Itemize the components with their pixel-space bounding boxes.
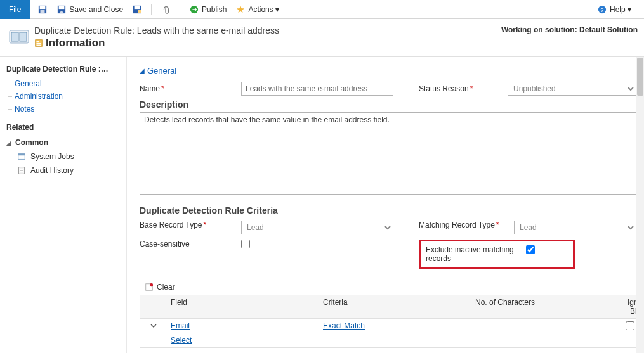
form-icon — [34, 39, 43, 48]
exclude-inactive-checkbox[interactable] — [526, 245, 535, 254]
file-menu[interactable]: File — [0, 0, 30, 19]
actions-label: Actions ▾ — [248, 5, 279, 14]
main-panel: ◢ General Name* Status Reason* Unpublish… — [127, 57, 644, 353]
toolbar: File Save and Close — [0, 0, 644, 19]
related-heading: Related — [0, 115, 126, 136]
help-label: Help ▾ — [610, 5, 631, 14]
criteria-link[interactable]: Exact Match — [319, 321, 365, 330]
criteria-row: Email Exact Match — [140, 319, 636, 333]
solution-label: Working on solution: Default Solution — [501, 25, 638, 34]
page-subtitle: Information — [46, 37, 105, 49]
publish-label: Publish — [202, 5, 227, 14]
sidebar-title: Duplicate Detection Rule :… — [0, 62, 126, 77]
sidebar-item-system-jobs[interactable]: System Jobs — [0, 150, 126, 164]
entity-icon — [9, 27, 29, 47]
clear-button[interactable]: Clear — [140, 279, 636, 295]
publish-icon — [189, 4, 199, 15]
svg-rect-17 — [37, 43, 41, 44]
save-icon — [37, 4, 48, 15]
sidebar-item-audit-history[interactable]: Audit History — [0, 164, 126, 177]
sidebar: Duplicate Detection Rule :… General Admi… — [0, 57, 127, 353]
col-nochars: No. of Characters — [471, 298, 624, 316]
name-field[interactable] — [241, 82, 393, 96]
ignore-blank-checkbox[interactable] — [626, 321, 634, 330]
help-menu[interactable]: ? Help ▾ — [595, 0, 634, 19]
page-header: Duplicate Detection Rule: Leads with the… — [0, 19, 644, 56]
section-general[interactable]: ◢ General — [140, 63, 636, 82]
svg-rect-20 — [18, 154, 25, 156]
description-label: Description — [140, 96, 636, 112]
sidebar-common-toggle[interactable]: ◢ Common — [0, 136, 126, 150]
save-and-new-button[interactable] — [129, 0, 145, 19]
scrollbar[interactable] — [636, 57, 644, 353]
status-reason-label: Status Reason* — [419, 84, 508, 93]
criteria-title: Duplicate Detection Rule Criteria — [140, 196, 636, 221]
select-field-link[interactable]: Select — [167, 336, 192, 345]
exclude-inactive-highlight: Exclude inactive matching records — [419, 240, 575, 269]
criteria-row: Select — [140, 333, 636, 347]
toolbar-separator — [180, 4, 180, 15]
common-label: Common — [15, 138, 48, 147]
attach-button[interactable] — [158, 0, 173, 19]
chevron-down-icon — [150, 323, 157, 329]
base-record-type-label: Base Record Type* — [140, 221, 241, 229]
status-reason-select[interactable]: Unpublished — [508, 82, 636, 96]
svg-rect-4 — [59, 6, 65, 8]
svg-rect-1 — [40, 6, 46, 8]
sidebar-item-notes[interactable]: Notes — [4, 103, 126, 115]
svg-point-26 — [150, 283, 153, 286]
system-jobs-icon — [16, 151, 27, 162]
col-criteria: Criteria — [319, 298, 471, 316]
svg-marker-9 — [237, 5, 244, 12]
publish-button[interactable]: Publish — [187, 0, 229, 19]
svg-rect-18 — [37, 45, 41, 46]
svg-rect-14 — [20, 32, 27, 41]
scrollbar-thumb[interactable] — [637, 58, 643, 96]
help-icon: ? — [597, 4, 607, 15]
case-sensitive-label: Case-sensitive — [140, 240, 241, 248]
name-label: Name* — [140, 84, 241, 93]
base-record-type-select[interactable]: Lead — [241, 221, 393, 234]
caret-down-icon: ◢ — [6, 139, 11, 146]
actions-menu[interactable]: Actions ▾ — [233, 0, 282, 19]
row-handle[interactable] — [140, 323, 167, 329]
svg-rect-7 — [138, 10, 141, 12]
svg-rect-6 — [135, 6, 140, 8]
matching-record-type-label: Matching Record Type* — [419, 221, 514, 229]
matching-record-type-select[interactable]: Lead — [514, 221, 636, 234]
paperclip-icon — [161, 4, 171, 15]
toolbar-separator — [151, 4, 152, 15]
exclude-inactive-label: Exclude inactive matching records — [426, 245, 515, 263]
svg-rect-13 — [11, 32, 18, 41]
criteria-table: Clear Field Criteria No. of Characters I… — [140, 279, 636, 348]
audit-history-label: Audit History — [30, 166, 74, 175]
save-close-icon — [56, 4, 67, 15]
content: Duplicate Detection Rule :… General Admi… — [0, 56, 644, 353]
save-and-close-label: Save and Close — [69, 5, 123, 14]
svg-rect-2 — [41, 10, 45, 12]
criteria-table-header: Field Criteria No. of Characters Ignore … — [140, 295, 636, 319]
save-button[interactable] — [35, 0, 50, 19]
clear-icon — [144, 282, 154, 292]
field-link[interactable]: Email — [167, 321, 190, 330]
case-sensitive-checkbox[interactable] — [241, 240, 250, 248]
col-field: Field — [167, 298, 319, 316]
svg-text:?: ? — [601, 6, 604, 13]
svg-rect-16 — [37, 41, 39, 43]
section-general-label: General — [147, 66, 176, 75]
caret-down-icon: ◢ — [140, 67, 145, 74]
actions-icon — [235, 4, 246, 15]
sidebar-item-general[interactable]: General — [4, 77, 126, 90]
page-title: Duplicate Detection Rule: Leads with the… — [34, 25, 279, 35]
description-field[interactable] — [140, 112, 636, 195]
clear-label: Clear — [157, 283, 175, 292]
system-jobs-label: System Jobs — [30, 152, 74, 161]
sidebar-item-administration[interactable]: Administration — [4, 90, 126, 103]
audit-history-icon — [16, 165, 27, 176]
save-new-icon — [132, 4, 142, 15]
save-and-close-button[interactable]: Save and Close — [54, 0, 126, 19]
